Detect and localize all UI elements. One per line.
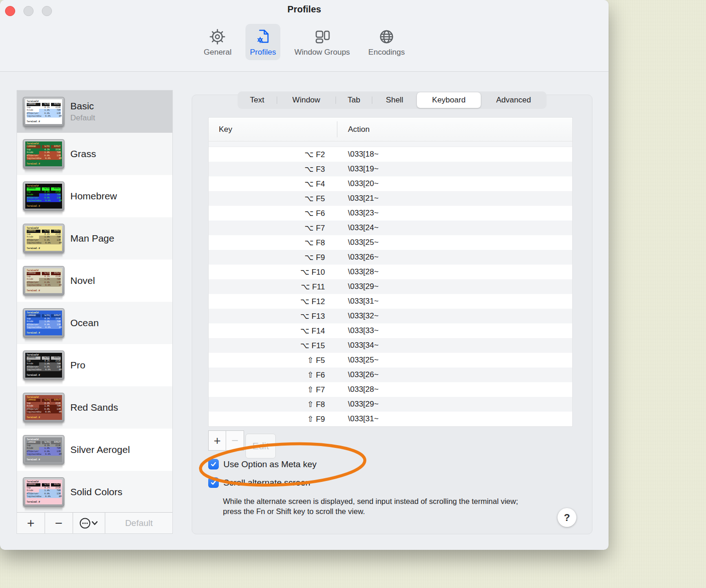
table-row[interactable]: ⌥ F12\033[31~ [209, 294, 572, 309]
table-row[interactable]: ⌥ F10\033[28~ [209, 265, 572, 279]
action-cell: \033[26~ [337, 253, 379, 262]
thumb-prompt: Terminal # [27, 120, 61, 123]
profile-thumbnail: Terminal#COMMAND%CPURPRVTtop4.1%231KXcod… [23, 97, 64, 131]
terminal-thumbnail-frame: Terminal#COMMAND%CPURPRVTtop4.1%231KXcod… [23, 181, 64, 211]
default-button[interactable]: Default [105, 513, 172, 533]
thumb-prompt: Terminal # [27, 289, 61, 292]
profile-row-red-sands[interactable]: Terminal#COMMAND%CPURPRVTtop4.1%231KXcod… [17, 386, 172, 429]
tab-tab[interactable]: Tab [336, 91, 372, 109]
scroll-alternate-screen-checkbox-row[interactable]: Scroll alternate screen [208, 477, 310, 488]
profile-row-solid-colors[interactable]: Terminal#COMMAND%CPURPRVTtop4.1%231KXcod… [17, 471, 172, 513]
terminal-thumbnail-screen: Terminal#COMMAND%CPURPRVTtop4.1%231KXcod… [25, 226, 62, 251]
remove-profile-button[interactable]: − [45, 513, 73, 533]
action-cell: \033[28~ [337, 385, 379, 394]
thumb-row: loginwindow0.0%4M [27, 242, 61, 244]
table-row[interactable]: ⌥ F6\033[23~ [209, 206, 572, 220]
toolbar-item-profiles[interactable]: Profiles [245, 24, 281, 60]
column-header-action: Action [337, 125, 370, 134]
tab-shell[interactable]: Shell [372, 91, 417, 109]
partial-row [209, 141, 572, 147]
table-row[interactable]: ⌥ F8\033[25~ [209, 235, 572, 250]
thumb-row: loginwindow0.0%4M [27, 115, 61, 118]
thumb-prompt: Terminal # [27, 458, 61, 461]
profile-row-pro[interactable]: Terminal#COMMAND%CPURPRVTtop4.1%231KXcod… [17, 344, 172, 386]
checkbox-label[interactable]: Use Option as Meta key [223, 459, 317, 469]
table-row[interactable]: ⌥ F4\033[20~ [209, 176, 572, 191]
table-header: Key Action [209, 118, 572, 141]
table-row[interactable]: ⌥ F13\033[32~ [209, 309, 572, 323]
action-cell: \033[33~ [337, 326, 379, 335]
remove-key-button[interactable]: − [226, 430, 244, 451]
toolbar-item-window-groups[interactable]: Window Groups [290, 24, 354, 60]
terminal-thumbnail-screen: Terminal#COMMAND%CPURPRVTtop4.1%231KXcod… [25, 480, 62, 504]
profile-name: Solid Colors [70, 486, 122, 498]
use-option-as-meta-checkbox-row[interactable]: Use Option as Meta key [208, 459, 317, 469]
table-row[interactable]: ⇧ F5\033[25~ [209, 353, 572, 368]
tab-window[interactable]: Window [277, 91, 336, 109]
table-row[interactable]: ⌥ F2\033[18~ [209, 147, 572, 162]
key-cell: ⌥ F4 [209, 179, 337, 189]
profile-settings-panel: Key Action ⌥ F2\033[18~⌥ F3\033[19~⌥ F4\… [192, 95, 592, 534]
table-row[interactable]: ⌥ F7\033[24~ [209, 220, 572, 235]
toolbar-item-general[interactable]: General [199, 24, 236, 60]
help-button[interactable]: ? [558, 508, 576, 527]
action-cell: \033[24~ [337, 223, 379, 232]
key-cell: ⌥ F10 [209, 267, 337, 277]
gear-icon [208, 27, 227, 47]
key-cell: ⇧ F6 [209, 370, 337, 380]
table-row[interactable]: ⌥ F15\033[34~ [209, 338, 572, 353]
table-row[interactable]: ⇧ F9\033[31~ [209, 412, 572, 426]
profile-row-silver-aerogel[interactable]: Terminal#COMMAND%CPURPRVTtop4.1%231KXcod… [17, 429, 172, 471]
action-cell: \033[18~ [337, 150, 379, 159]
terminal-thumbnail-frame: Terminal#COMMAND%CPURPRVTtop4.1%231KXcod… [23, 266, 64, 295]
table-row[interactable]: ⌥ F5\033[21~ [209, 191, 572, 206]
tab-text[interactable]: Text [238, 91, 277, 109]
thumb-row: loginwindow0.0%4M [27, 284, 61, 287]
thumb-prompt: Terminal # [27, 247, 61, 250]
profile-row-ocean[interactable]: Terminal#COMMAND%CPURPRVTtop4.1%231KXcod… [17, 302, 172, 344]
edit-key-button[interactable]: Edit [245, 434, 276, 458]
checkbox-checked-icon[interactable] [208, 477, 219, 488]
profile-row-novel[interactable]: Terminal#COMMAND%CPURPRVTtop4.1%231KXcod… [17, 260, 172, 302]
tab-advanced[interactable]: Advanced [481, 91, 547, 109]
add-profile-button[interactable]: + [17, 513, 45, 533]
table-row[interactable]: ⇧ F6\033[26~ [209, 368, 572, 382]
terminal-thumbnail-frame: Terminal#COMMAND%CPURPRVTtop4.1%231KXcod… [23, 139, 64, 169]
key-cell: ⇧ F7 [209, 385, 337, 395]
toolbar-item-encodings[interactable]: Encodings [364, 24, 409, 60]
table-row[interactable]: ⌥ F9\033[26~ [209, 250, 572, 265]
profile-row-homebrew[interactable]: Terminal#COMMAND%CPURPRVTtop4.1%231KXcod… [17, 175, 172, 217]
terminal-thumbnail-frame: Terminal#COMMAND%CPURPRVTtop4.1%231KXcod… [23, 224, 64, 253]
terminal-thumbnail-screen: Terminal#COMMAND%CPURPRVTtop4.1%231KXcod… [25, 395, 62, 420]
profile-row-basic[interactable]: Terminal#COMMAND%CPURPRVTtop4.1%231KXcod… [17, 90, 172, 133]
key-cell: ⌥ F13 [209, 311, 337, 321]
profile-name: Man Page [70, 233, 114, 244]
thumb-row: loginwindow0.0%4M [27, 326, 61, 329]
table-row[interactable]: ⇧ F7\033[28~ [209, 382, 572, 397]
window-title: Profiles [0, 4, 609, 15]
action-cell: \033[34~ [337, 341, 379, 350]
thumbnail-reflection [25, 508, 63, 511]
table-row[interactable]: ⌥ F14\033[33~ [209, 323, 572, 338]
profile-row-man-page[interactable]: Terminal#COMMAND%CPURPRVTtop4.1%231KXcod… [17, 217, 172, 260]
thumbnail-reflection [25, 170, 63, 173]
checkbox-checked-icon[interactable] [208, 459, 219, 469]
more-actions-button[interactable] [73, 513, 106, 533]
profile-thumbnail: Terminal#COMMAND%CPURPRVTtop4.1%231KXcod… [23, 351, 64, 384]
thumbnail-reflection [25, 127, 63, 131]
profile-row-grass[interactable]: Terminal#COMMAND%CPURPRVTtop4.1%231KXcod… [17, 133, 172, 175]
terminal-thumbnail-frame: Terminal#COMMAND%CPURPRVTtop4.1%231KXcod… [23, 351, 64, 380]
column-divider[interactable] [337, 121, 337, 137]
add-key-button[interactable]: + [208, 430, 226, 451]
key-cell: ⌥ F11 [209, 282, 337, 292]
table-row[interactable]: ⌥ F11\033[29~ [209, 279, 572, 294]
table-row[interactable]: ⌥ F3\033[19~ [209, 162, 572, 176]
checkbox-label[interactable]: Scroll alternate screen [223, 478, 310, 488]
titlebar: Profiles General Profiles Window Groups … [0, 0, 609, 72]
profile-name: Grass [70, 148, 96, 159]
tab-keyboard[interactable]: Keyboard [417, 92, 480, 108]
thumbnail-reflection [25, 423, 63, 427]
action-cell: \033[21~ [337, 194, 379, 203]
thumb-prompt: Terminal # [27, 332, 61, 334]
table-row[interactable]: ⇧ F8\033[29~ [209, 397, 572, 412]
